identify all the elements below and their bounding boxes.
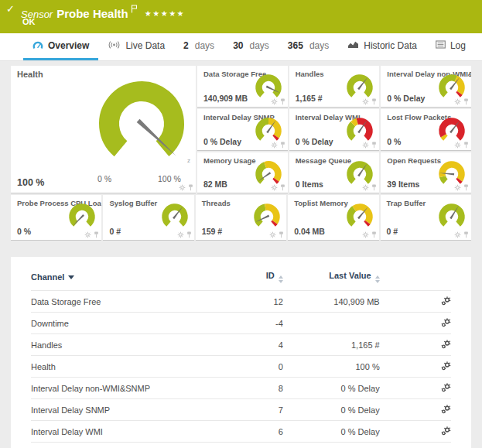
table-row-lost-flow-packets[interactable]: Lost Flow Packets100 % (31, 443, 451, 448)
channel-name[interactable]: Data Storage Free (31, 291, 249, 313)
gear-icon[interactable] (179, 184, 186, 191)
gear-icon[interactable] (454, 98, 461, 105)
channel-settings-icon[interactable] (441, 428, 451, 437)
gear-icon[interactable] (362, 98, 369, 105)
tab-365-days[interactable]: 365 days (279, 33, 338, 60)
channel-settings-icon[interactable] (441, 385, 451, 394)
gauge-value: 0 Items (296, 180, 323, 189)
gear-icon[interactable] (177, 231, 184, 238)
table-row-handles[interactable]: Handles41,165 # (31, 334, 451, 356)
gauge-value: 0 % Delay (387, 94, 425, 103)
gear-icon[interactable] (269, 231, 276, 238)
pin-icon[interactable] (371, 98, 377, 105)
channel-table-card: Channel ID Last Value Data Storage Free1… (11, 257, 471, 448)
tab-historic-data[interactable]: Historic Data (338, 33, 426, 60)
priority-stars[interactable]: ★★★★★ (145, 9, 185, 18)
pin-icon[interactable] (371, 142, 377, 149)
pin-icon[interactable] (371, 184, 377, 191)
gear-icon[interactable] (362, 184, 369, 191)
gear-icon[interactable] (271, 98, 278, 105)
gauge-panel-handles: Handles1,165 # (289, 66, 380, 108)
table-row-interval-delay-snmp[interactable]: Interval Delay SNMP70 % Delay (31, 399, 451, 421)
flag-icon[interactable] (131, 2, 138, 16)
channel-last-value: 0 % Delay (283, 421, 380, 443)
column-header-id[interactable]: ID (249, 266, 282, 291)
tab-overview[interactable]: Overview (23, 33, 98, 60)
status-ok-check-icon: ✓ (6, 3, 15, 15)
gear-icon[interactable] (454, 184, 461, 191)
gauge-graphic (157, 201, 193, 232)
gauge-graphic (434, 201, 470, 232)
channel-settings-icon[interactable] (441, 363, 451, 372)
tab-live-data[interactable]: Live Data (98, 33, 174, 60)
gear-icon[interactable] (454, 142, 461, 149)
gauge-panel-memory-usage: Memory Usage82 MB (197, 152, 288, 193)
gauge-value: 0 # (109, 227, 121, 236)
pin-icon[interactable] (371, 231, 377, 238)
channel-settings-icon[interactable] (441, 406, 451, 416)
gauge (76, 72, 196, 176)
gear-icon[interactable] (271, 184, 278, 191)
channel-id: 8 (249, 378, 282, 399)
gear-icon[interactable] (362, 231, 369, 238)
log-icon (436, 40, 446, 51)
channel-name[interactable]: Handles (31, 334, 249, 356)
channel-name[interactable]: Interval Delay non-WMI&SNMP (31, 378, 249, 399)
pin-icon[interactable] (463, 184, 469, 191)
gear-icon[interactable] (84, 231, 91, 238)
channel-name[interactable]: Downtime (31, 313, 249, 334)
channel-settings-icon[interactable] (441, 341, 451, 351)
gear-icon[interactable] (362, 142, 369, 149)
gauge-value: 100 % (17, 177, 44, 188)
channel-settings-icon[interactable] (441, 298, 451, 307)
table-row-downtime[interactable]: Downtime-4 (31, 313, 451, 334)
table-row-interval-delay-wmi[interactable]: Interval Delay WMI60 % Delay (31, 421, 451, 443)
channel-name[interactable]: Health (31, 356, 249, 378)
channel-table: Channel ID Last Value Data Storage Free1… (31, 266, 451, 448)
gauge (342, 201, 378, 232)
gear-icon[interactable] (271, 142, 278, 149)
table-row-data-storage-free[interactable]: Data Storage Free12140,909 MB (31, 291, 451, 313)
gauge (157, 201, 193, 232)
gauge-max-label: 100 % (158, 174, 181, 183)
table-row-health[interactable]: Health0100 % (31, 356, 451, 378)
pin-icon[interactable] (279, 231, 284, 238)
historic-data-icon (347, 40, 359, 51)
channel-name[interactable]: Lost Flow Packets (31, 443, 249, 448)
gauge-grid: Health 0 % 100 % z 100 % Data Storage Fr… (11, 66, 471, 193)
pin-icon[interactable] (188, 184, 193, 191)
tab-log[interactable]: Log (426, 33, 475, 60)
gauge-value: 159 # (202, 227, 222, 236)
gauge-grid-bottom-row: Probe Process CPU Load0 % Syslog Buffer0… (11, 195, 471, 241)
pin-icon[interactable] (280, 98, 285, 105)
table-row-interval-delay-non-wmi-snmp[interactable]: Interval Delay non-WMI&SNMP80 % Delay (31, 378, 451, 399)
channel-settings-icon[interactable] (441, 320, 451, 329)
channel-name[interactable]: Interval Delay WMI (31, 421, 249, 443)
gauge-tab-icon (32, 40, 43, 52)
gear-icon[interactable] (454, 231, 461, 238)
gauge-value: 1,165 # (296, 94, 323, 103)
pin-icon[interactable] (280, 142, 285, 149)
pin-icon[interactable] (463, 142, 469, 149)
pin-icon[interactable] (94, 231, 99, 238)
channel-last-value: 1,165 # (283, 334, 380, 356)
channel-id: 10 (249, 443, 282, 448)
pin-icon[interactable] (186, 231, 192, 238)
tab-30-days[interactable]: 30 days (224, 33, 279, 60)
tab-2-days[interactable]: 2 days (174, 33, 224, 60)
gauge-value: 0 % Delay (296, 137, 333, 146)
pin-icon[interactable] (463, 231, 469, 238)
column-header-channel[interactable]: Channel (31, 266, 249, 291)
channel-name[interactable]: Interval Delay SNMP (31, 399, 249, 421)
column-header-last-value[interactable]: Last Value (283, 266, 380, 291)
gauge-graphic (64, 201, 100, 232)
pin-icon[interactable] (463, 98, 469, 105)
gauge-panel-interval-delay-wmi: Interval Delay WMI0 % Delay (289, 109, 380, 151)
gauge-panel-syslog-buffer: Syslog Buffer0 # (103, 195, 193, 241)
page-title: Probe Health (56, 7, 128, 20)
pin-icon[interactable] (280, 184, 285, 191)
channel-id: 4 (249, 334, 282, 356)
gauge-value: 82 MB (203, 180, 227, 189)
sensor-header: ✓ SensorProbe Health★★★★★ OK (0, 0, 482, 33)
health-gauge-graphic (76, 72, 196, 176)
